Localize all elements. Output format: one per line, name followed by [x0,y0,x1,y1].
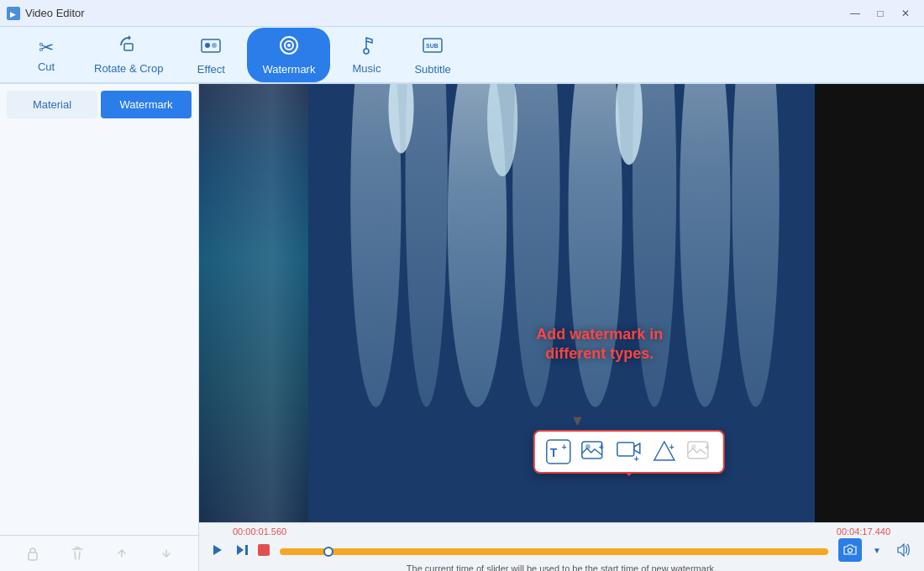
tab-cut[interactable]: ✂ Cut [17,32,76,78]
close-btn[interactable]: ✕ [894,4,917,23]
svg-point-8 [287,44,291,47]
timeline-times: 00:00:01.560 00:04:17.440 [207,526,916,538]
titlebar-left: ▶ Video Editor [7,7,85,20]
svg-point-4 [205,43,210,48]
svg-point-37 [848,548,853,553]
tab-effect-label: Effect [197,63,225,76]
tab-music[interactable]: Music [337,30,396,80]
tab-rotate-label: Rotate & Crop [94,62,163,75]
window-controls[interactable]: — □ ✕ [843,4,917,23]
timeline-current-time: 00:00:01.560 [233,526,286,537]
add-video-watermark-btn[interactable]: + [613,437,643,467]
svg-text:▶: ▶ [10,10,16,18]
svg-rect-2 [124,44,133,50]
tab-subtitle[interactable]: SUB Subtitle [402,29,462,81]
video-area: Add watermark in different types. ▼ T+ +… [199,84,924,571]
tab-subtitle-label: Subtitle [414,63,450,76]
tab-rotate[interactable]: Rotate & Crop [82,30,175,80]
svg-rect-36 [245,545,248,555]
timeline-info: The current time of slider will be used … [207,563,916,571]
svg-point-5 [212,43,217,48]
svg-text:+: + [669,443,674,452]
sidebar: Material Watermark [0,84,199,571]
toolbar-arrow: ▼ [570,412,585,430]
screenshot-dropdown-btn[interactable]: ▼ [867,540,887,560]
screenshot-btn[interactable] [838,538,862,562]
svg-text:+: + [598,443,603,452]
effect-icon [200,34,222,61]
svg-text:T: T [549,446,557,459]
video-right-bar [815,84,924,522]
tab-cut-label: Cut [38,60,55,73]
svg-text:SUB: SUB [426,43,438,49]
video-container: Add watermark in different types. ▼ T+ +… [199,84,924,522]
timeline-track[interactable] [280,548,828,555]
cut-icon: ✂ [39,37,54,59]
play-btn[interactable] [207,540,228,560]
sidebar-tabs: Material Watermark [0,84,198,125]
move-up-btn[interactable] [109,541,134,566]
sidebar-controls [0,535,198,571]
svg-rect-11 [29,553,37,560]
video-bg: Add watermark in different types. ▼ T+ +… [199,84,924,522]
add-text-watermark-btn[interactable]: T+ [543,437,573,467]
app-title: Video Editor [25,7,85,19]
stop-btn[interactable] [258,544,270,556]
svg-text:+: + [633,454,638,464]
volume-btn[interactable] [892,538,916,562]
svg-rect-30 [617,443,633,456]
tabbar: ✂ Cut Rotate & Crop Effect Watermark Mus… [0,27,924,84]
delete-btn[interactable] [65,541,90,566]
svg-text:+: + [561,443,566,452]
timeline-total-time: 00:04:17.440 [837,526,890,537]
tab-music-label: Music [352,62,381,75]
watermark-icon [278,34,300,61]
svg-rect-3 [202,39,220,52]
add-shape-watermark-btn[interactable]: + [648,437,679,467]
subtitle-icon: SUB [422,34,444,61]
timeline-controls: ▼ [207,538,916,562]
lock-btn[interactable] [20,541,45,566]
music-icon [356,35,376,60]
sidebar-tab-watermark[interactable]: Watermark [101,91,192,118]
watermark-tooltip: Add watermark in different types. [536,325,663,364]
watermark-toolbar: T+ + + + + [533,430,724,474]
move-down-btn[interactable] [154,541,179,566]
timeline-bar: 00:00:01.560 00:04:17.440 ▼ [199,522,924,571]
add-more-watermark-btn[interactable]: + [684,437,714,467]
tab-watermark[interactable]: Watermark [247,28,330,82]
sidebar-tab-material[interactable]: Material [7,91,97,118]
maximize-btn[interactable]: □ [869,4,892,23]
tab-watermark-label: Watermark [262,63,315,76]
svg-text:+: + [704,443,709,452]
add-image-watermark-btn[interactable]: + [578,437,608,467]
step-frame-btn[interactable] [233,540,253,560]
rotate-icon [118,35,139,60]
minimize-btn[interactable]: — [843,4,867,23]
main-content: Material Watermark [0,84,924,571]
app-icon: ▶ [7,7,20,20]
timeline-thumb[interactable] [323,547,333,557]
titlebar: ▶ Video Editor — □ ✕ [0,0,924,27]
tab-effect[interactable]: Effect [181,29,240,81]
